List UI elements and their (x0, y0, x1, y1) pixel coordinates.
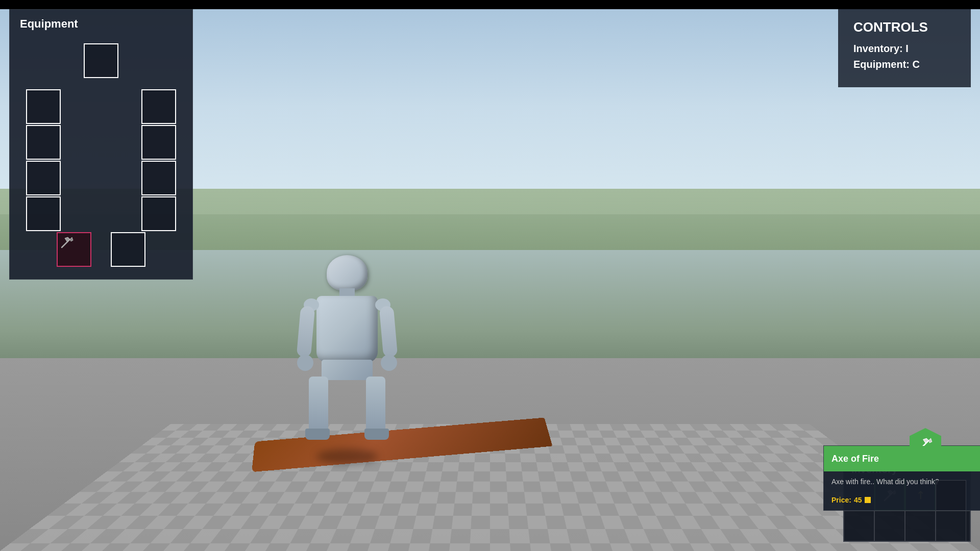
inventory-slot-r2-3[interactable] (905, 511, 936, 541)
equipment-slot-left-1[interactable] (26, 89, 61, 124)
controls-title: CONTROLS (853, 19, 955, 35)
equipment-slot-left-4[interactable] (26, 196, 61, 231)
inventory-slot-4[interactable] (936, 480, 966, 511)
inventory-slot-r2-4[interactable] (936, 511, 966, 541)
controls-panel: CONTROLS Inventory: I Equipment: C (838, 9, 971, 87)
equipment-slot-right-3[interactable] (141, 161, 176, 195)
robot-character (296, 255, 398, 449)
equipment-slot-right-4[interactable] (141, 196, 176, 231)
robot-hand-left (297, 355, 313, 371)
axe-icon-small (58, 233, 76, 252)
inventory-row-2 (844, 511, 970, 541)
robot-shadow (316, 449, 378, 464)
equipment-slot-right-1[interactable] (141, 89, 176, 124)
robot-leg-right (366, 377, 385, 433)
robot-pelvis (322, 360, 373, 380)
tooltip-wrapper: ↗ Axe of Fire Left Hand A (905, 480, 936, 511)
equipment-title: Equipment (10, 10, 192, 36)
robot-hand-right (381, 355, 397, 371)
svg-line-0 (62, 239, 70, 247)
robot-torso (316, 296, 378, 362)
equipment-slot-left-2[interactable] (26, 125, 61, 160)
tooltip-item-name: Axe of Fire (831, 454, 879, 464)
robot-foot-left (305, 429, 330, 440)
control-equipment: Equipment: C (853, 59, 955, 70)
price-value: 45 (854, 496, 862, 504)
top-bar (0, 0, 980, 9)
control-inventory: Inventory: I (853, 43, 955, 55)
svg-marker-8 (928, 438, 932, 442)
inventory-slot-r2-1[interactable] (844, 511, 874, 541)
inventory-slot-r2-partial (966, 511, 970, 541)
gold-icon (865, 497, 871, 503)
tooltip-header: Axe of Fire Left Hand (824, 446, 980, 471)
inventory-panel: Inventory ↗ (843, 457, 971, 542)
robot-head (327, 255, 368, 291)
price-label: Price: (831, 496, 851, 504)
tooltip-price: Price: 45 (831, 496, 871, 504)
equipment-slot-head[interactable] (84, 43, 118, 78)
equipment-slot-right-2[interactable] (141, 125, 176, 160)
robot-arm-left (297, 306, 315, 358)
robot-foot-right (364, 429, 389, 440)
robot-leg-left (309, 377, 328, 433)
robot-arm-right (379, 306, 398, 358)
equipment-slots-container (15, 36, 187, 281)
svg-marker-2 (70, 237, 73, 241)
equipment-slot-left-3[interactable] (26, 161, 61, 195)
inventory-slot-r2-2[interactable] (874, 511, 905, 541)
equipment-panel: Equipment (9, 9, 193, 280)
equipment-slot-right-hand[interactable] (111, 232, 145, 267)
equipment-slot-left-hand[interactable] (57, 232, 91, 267)
inventory-row-1: ↗ Axe of Fire Left Hand A (844, 480, 970, 511)
